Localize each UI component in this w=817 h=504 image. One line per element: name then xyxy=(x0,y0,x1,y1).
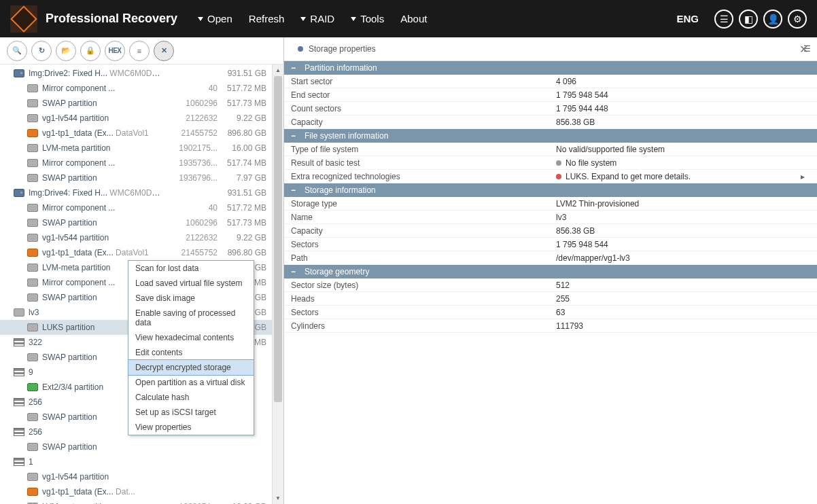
status-dot-icon xyxy=(556,160,561,166)
tree-row[interactable]: SWAP partition1060296517.73 MB xyxy=(0,215,283,230)
row-label: SWAP partition xyxy=(42,442,163,452)
tree-row[interactable]: LVM-meta partition1900054...16.00 GB xyxy=(0,499,283,504)
tree-row[interactable]: 1 xyxy=(0,454,283,469)
context-menu-item[interactable]: Edit contents xyxy=(128,345,254,360)
tree-row[interactable]: Mirror component ...40517.72 MB xyxy=(0,200,283,215)
scroll-down-button[interactable]: ▼ xyxy=(273,492,283,504)
hex-button[interactable]: HEX xyxy=(105,41,125,61)
row-label: LVM-meta partition xyxy=(42,143,163,153)
search-button[interactable]: 🔍 xyxy=(7,41,27,61)
property-row[interactable]: Extra recognized technologiesLUKS. Expan… xyxy=(284,170,817,183)
context-menu-item[interactable]: View properties xyxy=(128,420,254,435)
drive-icon xyxy=(14,189,24,197)
row-label: Img:Drive2: Fixed H... WMC6M0D1P... xyxy=(29,69,163,78)
section-header[interactable]: −File system information xyxy=(284,129,817,143)
menu-open[interactable]: Open xyxy=(198,13,232,24)
context-menu-item[interactable]: Open partition as a virtual disk xyxy=(128,375,254,390)
property-key: Capacity xyxy=(284,225,549,237)
history-button[interactable]: ↻ xyxy=(31,41,52,61)
row-size: 517.72 MB xyxy=(218,84,266,93)
property-key: Storage type xyxy=(284,198,549,210)
settings-icon[interactable]: ⚙ xyxy=(788,10,807,29)
row-size: 931.51 GB xyxy=(218,188,266,198)
vol-icon xyxy=(27,174,38,182)
row-number: 40 xyxy=(163,84,218,93)
property-key: Sectors xyxy=(284,306,549,319)
vol-icon xyxy=(27,144,38,152)
menu-about[interactable]: About xyxy=(400,13,427,24)
property-row: Heads255 xyxy=(284,292,817,306)
row-number: 40 xyxy=(163,203,218,213)
tree-row[interactable]: SWAP partition xyxy=(0,439,283,454)
tree-row[interactable]: Img:Drive2: Fixed H... WMC6M0D1P...931.5… xyxy=(0,66,283,81)
dot-icon xyxy=(298,46,303,52)
property-key: Type of file system xyxy=(284,143,549,156)
row-size: 896.80 GB xyxy=(218,248,266,257)
scroll-thumb[interactable] xyxy=(274,76,282,402)
vol-icon xyxy=(27,323,38,331)
scroll-up-button[interactable]: ▲ xyxy=(273,65,283,76)
menu-raid[interactable]: RAID xyxy=(300,13,334,24)
panel-icon[interactable]: ◧ xyxy=(739,10,758,29)
context-menu-item[interactable]: Scan for lost data xyxy=(128,261,254,276)
context-menu-item[interactable]: Set up as iSCSI target xyxy=(128,405,254,420)
property-row: Capacity856.38 GB xyxy=(284,224,817,238)
row-label: SWAP partition xyxy=(42,218,163,228)
panel-options-button[interactable]: ☰ xyxy=(801,43,813,55)
user-icon[interactable]: 👤 xyxy=(763,10,782,29)
lock-button[interactable]: 🔒 xyxy=(80,41,101,61)
tree-row[interactable]: vg1-lv544 partition xyxy=(0,469,283,484)
vol-o-icon xyxy=(27,129,38,137)
property-value: LUKS. Expand to get more details.▸ xyxy=(549,170,817,183)
menu-refresh[interactable]: Refresh xyxy=(249,13,285,24)
menu-tools[interactable]: Tools xyxy=(351,13,384,24)
row-size: 517.73 MB xyxy=(218,218,266,228)
context-menu-item[interactable]: Decrypt encrypted storage xyxy=(128,359,254,376)
tree-row[interactable]: SWAP partition1936796...7.97 GB xyxy=(0,170,283,185)
section-header[interactable]: −Storage information xyxy=(284,183,817,197)
collapse-icon: − xyxy=(291,131,298,141)
section-title: File system information xyxy=(305,131,388,141)
row-number: 1936796... xyxy=(163,173,218,183)
tree-row[interactable]: LVM-meta partition1902175...16.00 GB xyxy=(0,141,283,156)
section-header[interactable]: −Partition information xyxy=(284,61,817,75)
list-button[interactable]: ≡ xyxy=(129,41,150,61)
left-toolbar: 🔍 ↻ 📂 🔒 HEX ≡ ✕ xyxy=(0,37,283,65)
row-size: 16.00 GB xyxy=(218,143,266,153)
tree-row[interactable]: vg1-lv544 partition21226329.22 GB xyxy=(0,230,283,245)
property-value: No valid/supported file system xyxy=(549,143,817,156)
section-header[interactable]: −Storage geometry xyxy=(284,265,817,278)
top-bar: Professional Recovery Open Refresh RAID … xyxy=(0,0,817,37)
property-value: No file system xyxy=(549,157,817,169)
close-button[interactable]: ✕ xyxy=(154,41,174,61)
raid-icon xyxy=(14,398,24,406)
property-value: 512 xyxy=(549,279,817,291)
context-menu-item[interactable]: Save disk image xyxy=(128,291,254,306)
tree-row[interactable]: vg1-lv544 partition21226329.22 GB xyxy=(0,111,283,126)
property-value: 1 795 948 544 xyxy=(549,89,817,101)
tree-row[interactable]: vg1-tp1_tdata (Ex... DataVol121455752896… xyxy=(0,245,283,260)
context-menu-item[interactable]: Calculate hash xyxy=(128,390,254,405)
raid-icon xyxy=(14,428,24,436)
context-menu-item[interactable]: View hexadecimal contents xyxy=(128,330,254,345)
tree-row[interactable]: Img:Drive4: Fixed H... WMC6M0D2...931.51… xyxy=(0,185,283,200)
property-row: Capacity856.38 GB xyxy=(284,115,817,129)
context-menu-item[interactable]: Enable saving of processed data xyxy=(128,306,254,330)
notes-icon[interactable]: ☰ xyxy=(714,10,733,29)
open-button[interactable]: 📂 xyxy=(56,41,76,61)
property-value: 255 xyxy=(549,293,817,305)
tab-storage-properties[interactable]: Storage properties xyxy=(290,37,384,60)
property-key: Capacity xyxy=(284,116,549,128)
row-label: SWAP partition xyxy=(42,173,163,183)
tree-row[interactable]: vg1-tp1_tdata (Ex... Dat... xyxy=(0,484,283,499)
tree-row[interactable]: SWAP partition1060296517.73 MB xyxy=(0,96,283,111)
context-menu-item[interactable]: Load saved virtual file system xyxy=(128,276,254,291)
row-number: 1935736... xyxy=(163,158,218,168)
language-selector[interactable]: ENG xyxy=(676,13,699,24)
row-size: 517.73 MB xyxy=(218,98,266,108)
tree-row[interactable]: Mirror component ...1935736...517.74 MB xyxy=(0,156,283,170)
tree-row[interactable]: Mirror component ...40517.72 MB xyxy=(0,81,283,96)
row-size: 896.80 GB xyxy=(218,128,266,138)
tree-row[interactable]: vg1-tp1_tdata (Ex... DataVol121455752896… xyxy=(0,126,283,141)
tree-scrollbar[interactable]: ▲ ▼ xyxy=(272,65,283,504)
